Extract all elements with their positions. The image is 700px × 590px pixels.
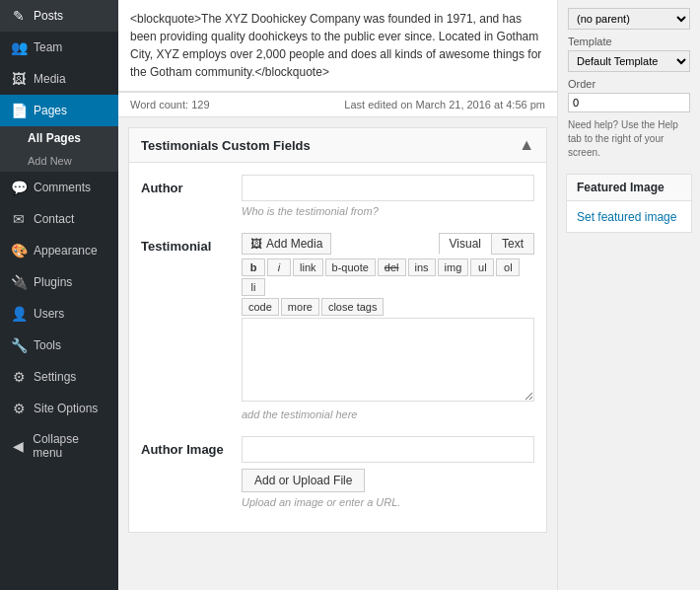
upload-hint: Upload an image or enter a URL. bbox=[242, 496, 534, 508]
settings-icon: ⚙ bbox=[10, 369, 28, 385]
fmt-bquote[interactable]: b-quote bbox=[325, 258, 376, 276]
fmt-ul[interactable]: ul bbox=[470, 258, 494, 276]
panel-toggle-icon[interactable]: ▲ bbox=[519, 136, 534, 154]
pages-submenu: All Pages Add New bbox=[0, 126, 118, 172]
editor-format-bar-2: code more close tags bbox=[242, 298, 534, 316]
view-tabs: Visual Text bbox=[439, 233, 534, 255]
add-media-icon: 🖼 bbox=[250, 237, 262, 251]
last-edited: Last edited on March 21, 2016 at 4:56 pm bbox=[344, 99, 545, 111]
author-input[interactable] bbox=[242, 175, 534, 201]
editor-hint: add the testimonial here bbox=[242, 408, 534, 420]
tools-icon: 🔧 bbox=[10, 337, 28, 353]
pages-icon: 📄 bbox=[10, 103, 28, 118]
posts-icon: ✎ bbox=[10, 8, 28, 24]
sidebar-item-tools[interactable]: 🔧 Tools bbox=[0, 330, 118, 361]
author-image-field: Add or Upload File Upload an image or en… bbox=[242, 436, 534, 508]
right-top-area: (no parent) Template Default Template Or… bbox=[558, 0, 700, 174]
fmt-ol[interactable]: ol bbox=[496, 258, 520, 276]
sidebar-item-site-options[interactable]: ⚙ Site Options bbox=[0, 393, 118, 424]
editor-format-bar: b i link b-quote del ins img ul ol li bbox=[242, 258, 534, 296]
sidebar-item-pages[interactable]: 📄 Pages bbox=[0, 95, 118, 126]
set-featured-image-link[interactable]: Set featured image bbox=[577, 210, 676, 224]
word-count-bar: Word count: 129 Last edited on March 21,… bbox=[118, 92, 557, 117]
site-options-icon: ⚙ bbox=[10, 401, 28, 416]
content-area: <blockquote>The XYZ Doohickey Company wa… bbox=[118, 0, 557, 590]
custom-fields-panel: Testimonials Custom Fields ▲ Author Who … bbox=[128, 127, 547, 533]
panel-title: Testimonials Custom Fields bbox=[141, 138, 311, 153]
fmt-close-tags[interactable]: close tags bbox=[321, 298, 385, 316]
add-media-button[interactable]: 🖼 Add Media bbox=[242, 233, 331, 255]
testimonial-label: Testimonial bbox=[141, 233, 230, 254]
collapse-icon: ◀ bbox=[10, 438, 27, 454]
sidebar-item-collapse[interactable]: ◀ Collapse menu bbox=[0, 424, 118, 468]
parent-select[interactable]: (no parent) bbox=[568, 8, 690, 30]
fmt-bold[interactable]: b bbox=[242, 258, 265, 276]
media-icon: 🖼 bbox=[10, 71, 28, 87]
testimonial-editor[interactable] bbox=[242, 318, 534, 402]
order-label: Order bbox=[568, 78, 690, 90]
featured-image-body: Set featured image bbox=[567, 201, 691, 232]
editor-wrap: 🖼 Add Media Visual Text b i link bbox=[242, 233, 534, 420]
author-label: Author bbox=[141, 175, 230, 195]
panel-header: Testimonials Custom Fields ▲ bbox=[129, 128, 546, 163]
sidebar-item-plugins[interactable]: 🔌 Plugins bbox=[0, 266, 118, 298]
team-icon: 👥 bbox=[10, 39, 28, 55]
right-sidebar: (no parent) Template Default Template Or… bbox=[557, 0, 700, 590]
author-row: Author Who is the testimonial from? bbox=[141, 175, 534, 217]
fmt-link[interactable]: link bbox=[293, 258, 323, 276]
author-image-label: Author Image bbox=[141, 436, 230, 457]
fmt-code[interactable]: code bbox=[242, 298, 279, 316]
order-input[interactable] bbox=[568, 93, 690, 112]
featured-image-header: Featured Image bbox=[567, 175, 691, 201]
plugins-icon: 🔌 bbox=[10, 274, 28, 290]
testimonial-section: Testimonial 🖼 Add Media Visual Text bbox=[141, 233, 534, 420]
fmt-ins[interactable]: ins bbox=[408, 258, 436, 276]
sidebar-item-media[interactable]: 🖼 Media bbox=[0, 63, 118, 95]
author-image-section: Author Image Add or Upload File Upload a… bbox=[141, 436, 534, 508]
author-image-input[interactable] bbox=[242, 436, 534, 463]
text-tab[interactable]: Text bbox=[491, 233, 534, 255]
help-text: Need help? Use the Help tab to the right… bbox=[568, 118, 690, 160]
author-hint: Who is the testimonial from? bbox=[242, 205, 534, 217]
sidebar-item-settings[interactable]: ⚙ Settings bbox=[0, 361, 118, 393]
sidebar: ✎ Posts 👥 Team 🖼 Media 📄 Pages All Pages… bbox=[0, 0, 118, 590]
contact-icon: ✉ bbox=[10, 211, 28, 227]
appearance-icon: 🎨 bbox=[10, 243, 28, 258]
sidebar-sub-all-pages[interactable]: All Pages bbox=[0, 126, 118, 150]
main-area: <blockquote>The XYZ Doohickey Company wa… bbox=[118, 0, 700, 590]
comments-icon: 💬 bbox=[10, 180, 28, 195]
author-field: Who is the testimonial from? bbox=[242, 175, 534, 217]
fmt-img[interactable]: img bbox=[438, 258, 469, 276]
sidebar-item-comments[interactable]: 💬 Comments bbox=[0, 172, 118, 203]
fmt-li[interactable]: li bbox=[242, 278, 265, 296]
blockquote-area: <blockquote>The XYZ Doohickey Company wa… bbox=[118, 0, 557, 92]
sidebar-item-contact[interactable]: ✉ Contact bbox=[0, 203, 118, 235]
sidebar-item-appearance[interactable]: 🎨 Appearance bbox=[0, 235, 118, 266]
template-select[interactable]: Default Template bbox=[568, 50, 690, 72]
editor-toolbar-top: 🖼 Add Media Visual Text bbox=[242, 233, 534, 255]
users-icon: 👤 bbox=[10, 306, 28, 322]
sidebar-item-team[interactable]: 👥 Team bbox=[0, 32, 118, 63]
fmt-more[interactable]: more bbox=[281, 298, 319, 316]
sidebar-item-posts[interactable]: ✎ Posts bbox=[0, 0, 118, 32]
featured-image-panel: Featured Image Set featured image bbox=[566, 174, 692, 233]
blockquote-text: <blockquote>The XYZ Doohickey Company wa… bbox=[130, 12, 541, 79]
sidebar-sub-add-new[interactable]: Add New bbox=[0, 150, 118, 172]
template-label: Template bbox=[568, 36, 690, 47]
fmt-italic[interactable]: i bbox=[267, 258, 291, 276]
panel-body: Author Who is the testimonial from? Test… bbox=[129, 163, 546, 532]
visual-tab[interactable]: Visual bbox=[439, 233, 491, 255]
fmt-del[interactable]: del bbox=[378, 258, 406, 276]
sidebar-item-users[interactable]: 👤 Users bbox=[0, 298, 118, 330]
word-count: Word count: 129 bbox=[130, 99, 210, 111]
upload-file-button[interactable]: Add or Upload File bbox=[242, 469, 365, 492]
